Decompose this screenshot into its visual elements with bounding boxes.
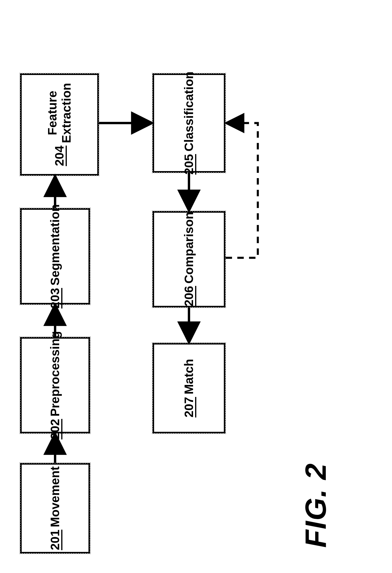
block-segmentation-title: Segmentation — [48, 204, 62, 286]
block-feature-extraction: Feature Extraction 204 — [20, 73, 99, 176]
block-feature-extraction-num: 204 — [52, 146, 67, 166]
block-preprocessing-title: Preprocessing — [48, 331, 62, 417]
block-movement-num: 201 — [48, 530, 62, 550]
block-classification: Classification 205 — [152, 73, 226, 173]
block-match-num: 207 — [182, 397, 196, 417]
block-classification-num: 205 — [182, 154, 196, 175]
block-comparison: Comparison 206 — [152, 211, 226, 308]
edge-206-205-feedback — [226, 123, 258, 258]
block-match: Match 207 — [152, 343, 226, 434]
block-movement-title: Movement — [48, 466, 62, 527]
block-segmentation-num: 203 — [48, 288, 62, 308]
block-preprocessing-num: 202 — [48, 419, 62, 439]
block-comparison-num: 206 — [182, 286, 196, 306]
block-feature-extraction-title: Feature Extraction — [45, 83, 74, 143]
block-comparison-title: Comparison — [182, 212, 196, 284]
figure-label: FIG. 2 — [299, 463, 333, 548]
block-movement: Movement 201 — [20, 463, 90, 554]
block-match-title: Match — [182, 359, 196, 394]
block-preprocessing: Preprocessing 202 — [20, 337, 90, 434]
figure-canvas: Movement 201 Preprocessing 202 Segmentat… — [0, 0, 392, 573]
block-classification-title: Classification — [182, 71, 196, 151]
block-segmentation: Segmentation 203 — [20, 208, 90, 305]
